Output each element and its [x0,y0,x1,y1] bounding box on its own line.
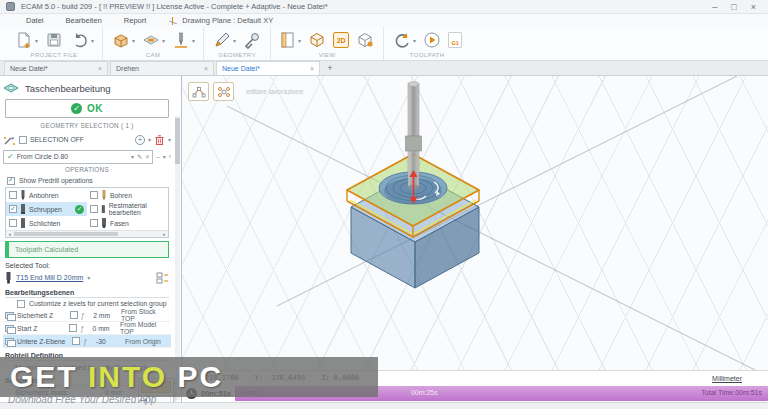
toolpath-status-label: Toolpath Calculated [15,245,78,254]
tab-drehen[interactable]: Drehen × [110,61,214,75]
operation-fasen[interactable]: Fasen [87,216,168,230]
refresh-icon [392,30,412,50]
chevron-down-icon: ▾ [91,37,94,44]
operation-checkbox[interactable] [90,205,98,213]
undo-button[interactable]: ▾ [70,30,94,50]
edit-geometry-button[interactable] [188,82,209,101]
operation-checkbox[interactable] [90,219,98,227]
new-file-button[interactable]: ▾ [14,30,38,50]
selection-off-label: SELECTION OFF [30,136,84,143]
tab-close-icon[interactable]: × [310,65,314,72]
drill-operation-button[interactable]: ▾ [171,30,195,50]
menu-datei[interactable]: Datei [26,16,44,25]
face-operation-button[interactable]: ▾ [141,30,165,50]
chevron-down-icon: ▾ [298,37,301,44]
formula-icon[interactable]: ƒ [80,325,89,332]
formula-icon[interactable]: ƒ [83,338,93,345]
view-iso-button[interactable] [355,30,375,50]
operation-checkbox[interactable] [90,191,98,199]
level-reference[interactable]: From Origin [125,338,161,345]
maximize-button[interactable]: □ [731,2,736,12]
level-checkbox[interactable] [70,311,78,319]
watermark-part1: GET [10,360,88,393]
level-reference[interactable]: From Stock TOP [121,308,169,322]
ribbon-group-label: PROJECT FILE [14,52,94,59]
operation-label: Restmaterial bearbeiten [109,202,165,216]
operation-checkbox[interactable] [9,191,17,199]
tab-neue-datei-2-active[interactable]: Neue Datei* × [216,61,320,75]
geometry-item-select[interactable]: ✓ From Circle D.80 ▾ ✎ × [3,150,153,164]
level-value[interactable]: 0 mm [93,325,118,332]
selection-wand-icon [3,134,16,146]
viewport-3d[interactable]: editare lavorazione [182,76,768,370]
simulate-button[interactable] [422,30,442,50]
chevron-down-icon[interactable]: ▾ [131,153,134,160]
operation-restmaterial[interactable]: Restmaterial bearbeiten [87,202,168,216]
operation-schlichten[interactable]: Schlichten [6,216,87,230]
tool-library-icon[interactable] [156,272,169,284]
chevron-down-icon[interactable]: ▾ [148,136,151,143]
customize-z-checkbox[interactable] [17,300,25,308]
operation-checkbox[interactable] [9,219,17,227]
sketch-button[interactable]: ▾ [212,30,236,50]
new-tab-button[interactable]: + [322,61,338,75]
operations-horizontal-scrollbar[interactable]: ◂ ▸ [6,230,168,237]
delete-geometry-button[interactable] [154,134,165,146]
chevron-down-icon: ▾ [132,37,135,44]
level-row-start-z[interactable]: Start Z ƒ 0 mm From Model TOP [3,322,171,335]
remove-icon[interactable]: × [145,153,149,160]
view-3d-button[interactable] [307,30,327,50]
play-icon [422,30,442,50]
expand-arrow-icon[interactable]: › [169,153,171,160]
drawing-plane-selector[interactable]: Drawing Plane : Default XY [168,16,273,26]
tab-close-icon[interactable]: × [204,65,208,72]
level-checkbox[interactable] [72,337,80,345]
operation-anbohren[interactable]: Anbohren [6,188,87,202]
watermark-title: GET INTO PC [10,360,223,394]
view-2d-button[interactable]: 2D [333,32,349,48]
collapse-icon[interactable]: – [156,153,160,160]
operation-bohren[interactable]: Bohren [87,188,168,202]
cube-3d-icon [307,30,327,50]
show-predrill-checkbox[interactable] [7,177,15,185]
selected-tool-link[interactable]: T15 End Mill D 20mm [16,274,83,281]
operation-schruppen[interactable]: Schruppen ✓ [6,202,87,216]
level-reference[interactable]: From Model TOP [120,321,169,335]
save-button[interactable] [44,30,64,50]
menu-report[interactable]: Report [124,16,147,25]
close-button[interactable]: × [751,2,756,12]
levels-section-header: Bearbeitungsebenen [5,287,169,298]
menu-bar: Datei Bearbeiten Report Drawing Plane : … [0,14,768,27]
edit-pencil-icon[interactable]: ✎ [137,153,142,161]
selection-off-checkbox[interactable] [19,136,27,144]
level-value[interactable]: -30 [96,338,122,345]
units-selector[interactable]: Millimeter [712,375,742,382]
measure-tool-button[interactable] [242,30,262,50]
minimize-button[interactable]: – [712,2,717,12]
menu-bearbeiten[interactable]: Bearbeiten [66,16,102,25]
select-points-button[interactable] [213,82,234,101]
level-row-untere-z-ebene[interactable]: Untere Z-Ebene ƒ -30 From Origin [3,335,171,348]
ok-button[interactable]: ✓ OK [5,99,169,118]
edit-path-icon [192,86,206,98]
level-checkbox[interactable] [69,324,77,332]
gcode-export-button[interactable]: G1 [448,32,462,48]
chevron-down-icon[interactable]: ▾ [168,136,171,143]
formula-icon[interactable]: ƒ [81,312,91,319]
scroll-left-icon[interactable]: ◂ [6,231,13,237]
add-geometry-button[interactable]: + [135,135,145,145]
level-name: Untere Z-Ebene [17,338,69,345]
tab-neue-datei-1[interactable]: Neue Datei* × [4,61,108,75]
tab-close-icon[interactable]: × [98,65,102,72]
level-value[interactable]: 2 mm [93,312,118,319]
chevron-down-icon[interactable]: ▾ [87,274,90,281]
progress-total-label: Total Time:00m:51s [701,389,762,396]
ribbon-group-label: CAM [111,52,195,59]
chevron-down-icon[interactable]: ▾ [163,153,166,160]
operation-checkbox[interactable] [9,205,17,213]
customize-z-label: Customize z levels for current selection… [29,300,167,307]
recalculate-toolpath-button[interactable]: ▾ [392,30,416,50]
panel-toggle-button[interactable]: ▾ [279,30,301,50]
scroll-right-icon[interactable]: ▸ [161,231,168,237]
milling-setup-button[interactable]: ▾ [111,30,135,50]
